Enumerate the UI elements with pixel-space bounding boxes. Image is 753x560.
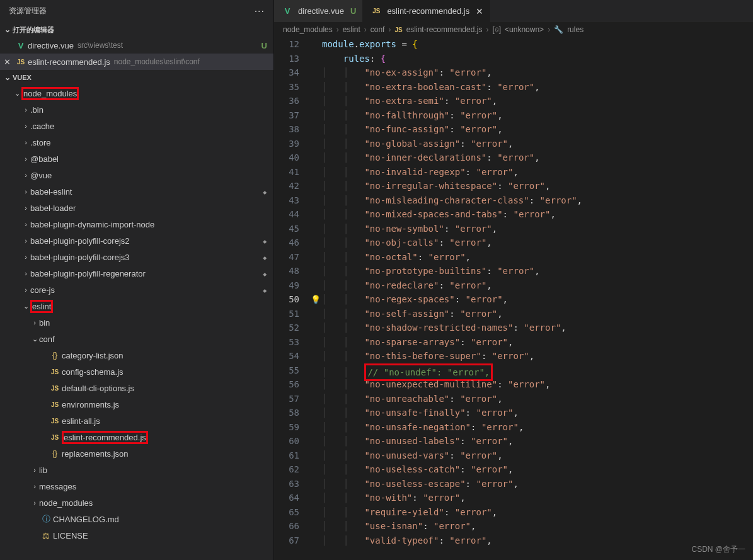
code-line[interactable]: │ │ // "no-undef": "error",: [322, 363, 753, 378]
breadcrumb[interactable]: node_modules›eslint›conf›JS eslint-recom…: [274, 22, 753, 37]
code-line[interactable]: │ │ "no-func-assign": "error",: [322, 122, 753, 137]
folder-item[interactable]: ›babel-loader: [0, 200, 273, 216]
folder-item[interactable]: ›babel-plugin-polyfill-regenerator⬥: [0, 265, 273, 282]
folder-name: babel-plugin-polyfill-corejs3: [30, 253, 130, 262]
close-icon[interactable]: ✕: [476, 6, 483, 16]
code-line[interactable]: │ │ "no-irregular-whitespace": "error",: [322, 179, 753, 193]
git-status-untracked: U: [350, 6, 356, 16]
file-item[interactable]: JSdefault-cli-options.js: [0, 380, 273, 396]
open-editors-header[interactable]: ⌄ 打开的编辑器: [0, 22, 273, 37]
code-line[interactable]: │ │ "no-ex-assign": "error",: [322, 66, 753, 80]
line-number: 48: [274, 264, 299, 278]
code-line[interactable]: │ │ "no-extra-boolean-cast": "error",: [322, 80, 753, 94]
code-area[interactable]: 1213343536373839404142434445464748495051…: [274, 37, 753, 560]
folder-item[interactable]: ›node_modules: [0, 494, 273, 511]
code-line[interactable]: │ │ "no-useless-catch": "error",: [322, 462, 753, 477]
code-line[interactable]: │ │ "no-global-assign": "error",: [322, 137, 753, 151]
breadcrumb-file[interactable]: eslint-recommended.js: [406, 25, 483, 34]
breadcrumb-segment[interactable]: eslint: [343, 25, 360, 34]
code-line[interactable]: │ │ "no-unused-labels": "error",: [322, 434, 753, 449]
file-item[interactable]: JSeslint-recommended.js: [0, 429, 273, 445]
code-line[interactable]: │ │ "no-useless-escape": "error",: [322, 477, 753, 491]
code-line[interactable]: │ │ "no-unsafe-finally": "error",: [322, 406, 753, 420]
code-line[interactable]: │ │ "no-extra-semi": "error",: [322, 94, 753, 108]
code-line[interactable]: rules: {: [322, 52, 753, 66]
code-line[interactable]: │ │ "no-redeclare": "error",: [322, 278, 753, 293]
folder-item[interactable]: ›@vue: [0, 167, 273, 183]
folder-item[interactable]: ›babel-plugin-dynamic-import-node: [0, 216, 273, 232]
project-header[interactable]: ⌄ VUEX: [0, 70, 273, 85]
folder-item[interactable]: ⌄eslint: [0, 298, 273, 314]
folder-item[interactable]: ›lib: [0, 462, 273, 478]
code-line[interactable]: │ │ "no-unexpected-multiline": "error",: [322, 377, 753, 392]
folder-item[interactable]: ›.bin: [0, 101, 273, 118]
code-line[interactable]: │ │ "no-new-symbol": "error",: [322, 222, 753, 236]
breadcrumb-segment[interactable]: conf: [371, 25, 385, 34]
chevron-right-icon: ›: [364, 25, 367, 34]
code-line[interactable]: │ │ "no-obj-calls": "error",: [322, 236, 753, 250]
code-line[interactable]: │ │ "no-unused-vars": "error",: [322, 449, 753, 463]
code-lines[interactable]: module.exports = { rules: {│ │ "no-ex-as…: [322, 37, 753, 560]
folder-item[interactable]: ⌄conf: [0, 331, 273, 347]
line-number: 57: [274, 392, 299, 406]
folder-item[interactable]: ›messages: [0, 478, 273, 494]
code-line[interactable]: │ │ "no-mixed-spaces-and-tabs": "error",: [322, 207, 753, 222]
code-comment: // "no-undef": "error",: [367, 367, 490, 377]
folder-item[interactable]: ›.store: [0, 134, 273, 151]
line-number: 34: [274, 66, 299, 80]
close-icon[interactable]: ✕: [0, 57, 14, 67]
code-line[interactable]: │ │ "no-fallthrough": "error",: [322, 108, 753, 123]
file-item[interactable]: {}category-list.json: [0, 347, 273, 363]
lightbulb-icon[interactable]: 💡: [311, 295, 321, 304]
breadcrumb-symbol[interactable]: <unknown>: [505, 25, 544, 34]
open-editor-item[interactable]: ✕JSeslint-recommended.jsnode_modules\esl…: [0, 54, 273, 70]
line-number: 44: [274, 207, 299, 222]
folder-item[interactable]: ›babel-plugin-polyfill-corejs2⬥: [0, 232, 273, 249]
code-line[interactable]: │ │ "no-invalid-regexp": "error",: [322, 165, 753, 180]
code-line[interactable]: │ │ "no-regex-spaces": "error",: [322, 292, 753, 307]
code-line[interactable]: │ │ "no-this-before-super": "error",: [322, 349, 753, 363]
folder-item[interactable]: ⌄node_modules: [0, 85, 273, 101]
breadcrumb-segment[interactable]: node_modules: [283, 25, 333, 34]
editor-tab[interactable]: Vdirective.vueU: [274, 0, 363, 22]
code-line[interactable]: │ │ "valid-typeof": "error",: [322, 534, 753, 548]
chevron-down-icon: ⌄: [3, 73, 13, 82]
chevron-down-icon: ⌄: [13, 89, 21, 98]
js-icon: JS: [48, 369, 62, 375]
file-name: environments.js: [62, 400, 119, 409]
folder-item[interactable]: ›.cache: [0, 118, 273, 134]
code-line[interactable]: │ │ "no-prototype-builtins": "error",: [322, 264, 753, 278]
file-item[interactable]: JSenvironments.js: [0, 396, 273, 413]
code-line[interactable]: │ │ "no-with": "error",: [322, 491, 753, 505]
code-line[interactable]: │ │ "no-shadow-restricted-names": "error…: [322, 321, 753, 335]
folder-item[interactable]: ›bin: [0, 314, 273, 331]
code-line[interactable]: │ │ "no-sparse-arrays": "error",: [322, 335, 753, 350]
file-item[interactable]: JSeslint-all.js: [0, 413, 273, 429]
folder-item[interactable]: ›@babel: [0, 151, 273, 167]
code-line[interactable]: │ │ "no-unsafe-negation": "error",: [322, 420, 753, 435]
file-item[interactable]: JSconfig-schema.js: [0, 363, 273, 380]
editor-tab[interactable]: JSeslint-recommended.js✕: [363, 0, 490, 22]
bulb-column: 💡: [311, 37, 322, 560]
line-number: 35: [274, 80, 299, 94]
more-actions-icon[interactable]: ···: [255, 6, 265, 17]
code-line[interactable]: │ │ "no-misleading-character-class": "er…: [322, 193, 753, 208]
folder-item[interactable]: ›babel-eslint⬥: [0, 183, 273, 200]
code-line[interactable]: │ │ "no-self-assign": "error",: [322, 307, 753, 321]
open-editor-item[interactable]: ✕Vdirective.vuesrc\views\testU: [0, 37, 273, 54]
line-number: 65: [274, 505, 299, 520]
file-item[interactable]: ⓘCHANGELOG.md: [0, 511, 273, 527]
code-line[interactable]: │ │ "use-isnan": "error",: [322, 519, 753, 534]
code-line[interactable]: │ │ "require-yield": "error",: [322, 505, 753, 520]
code-line[interactable]: │ │ "no-octal": "error",: [322, 250, 753, 265]
folder-item[interactable]: ›babel-plugin-polyfill-corejs3⬥: [0, 249, 273, 265]
folder-item[interactable]: ›core-js⬥: [0, 282, 273, 298]
code-line[interactable]: module.exports = {: [322, 37, 753, 52]
folder-name: .bin: [30, 105, 43, 115]
folder-name: babel-plugin-polyfill-corejs2: [30, 236, 130, 246]
breadcrumb-symbol[interactable]: rules: [567, 25, 583, 34]
file-item[interactable]: ⚖LICENSE: [0, 527, 273, 544]
code-line[interactable]: │ │ "no-unreachable": "error",: [322, 392, 753, 406]
file-item[interactable]: {}replacements.json: [0, 445, 273, 462]
code-line[interactable]: │ │ "no-inner-declarations": "error",: [322, 151, 753, 165]
